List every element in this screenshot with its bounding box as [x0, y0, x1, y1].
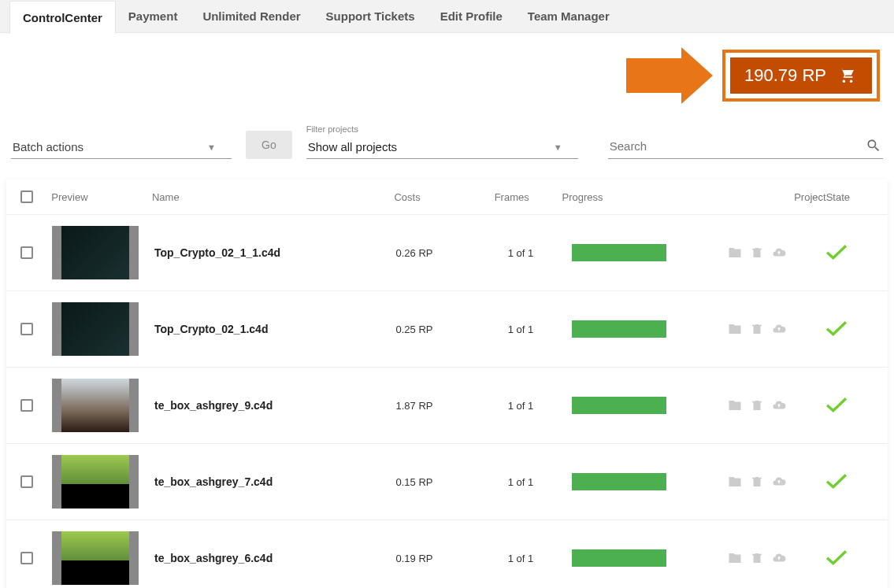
- tab-unlimited-render[interactable]: Unlimited Render: [190, 0, 313, 33]
- nav-tabs: ControlCenterPaymentUnlimited RenderSupp…: [0, 0, 894, 33]
- folder-icon[interactable]: [728, 246, 742, 260]
- project-frames: 1 of 1: [508, 324, 534, 335]
- rp-balance-text: 190.79 RP: [744, 65, 826, 86]
- project-name: Top_Crypto_02_1.c4d: [154, 323, 268, 335]
- row-checkbox[interactable]: [20, 552, 33, 564]
- filter-projects-value: Show all projects: [308, 140, 397, 153]
- rp-balance-box: 190.79 RP: [722, 50, 880, 102]
- progress-bar: [572, 244, 666, 261]
- chevron-down-icon: ▼: [207, 142, 216, 152]
- trash-icon[interactable]: [750, 246, 764, 260]
- trash-icon[interactable]: [750, 322, 764, 336]
- search-icon: [866, 138, 881, 153]
- table-row: Top_Crypto_02_1_1.c4d0.26 RP1 of 1: [6, 215, 888, 291]
- select-all-checkbox[interactable]: [20, 190, 33, 203]
- folder-icon[interactable]: [728, 475, 742, 489]
- project-name: te_box_ashgrey_7.c4d: [154, 475, 273, 488]
- filter-caption: Filter projects: [306, 124, 578, 134]
- row-checkbox[interactable]: [20, 475, 33, 488]
- folder-icon[interactable]: [728, 322, 742, 336]
- tab-support-tickets[interactable]: Support Tickets: [313, 0, 428, 33]
- cloud-upload-icon[interactable]: [772, 475, 786, 489]
- progress-bar: [572, 320, 666, 338]
- checkmark-icon: [823, 394, 850, 415]
- row-checkbox[interactable]: [20, 246, 33, 259]
- projects-table: Preview Name Costs Frames Progress Proje…: [6, 179, 888, 588]
- trash-icon[interactable]: [750, 398, 764, 412]
- header-costs: Costs: [353, 191, 462, 203]
- checkmark-icon: [823, 471, 850, 491]
- header-state: ProjectState: [794, 191, 874, 203]
- table-row: te_box_ashgrey_7.c4d0.15 RP1 of 1: [6, 444, 888, 520]
- balance-area: 190.79 RP: [0, 33, 894, 110]
- search-input[interactable]: [610, 139, 866, 153]
- checkmark-icon: [823, 318, 850, 338]
- folder-icon[interactable]: [728, 551, 742, 565]
- table-header: Preview Name Costs Frames Progress Proje…: [6, 179, 888, 215]
- checkmark-icon: [823, 242, 850, 262]
- cloud-upload-icon[interactable]: [772, 551, 786, 565]
- project-name: te_box_ashgrey_9.c4d: [154, 399, 273, 412]
- project-frames: 1 of 1: [508, 400, 534, 412]
- table-row: te_box_ashgrey_6.c4d0.19 RP1 of 1: [6, 520, 888, 588]
- search-field[interactable]: [608, 135, 883, 159]
- preview-thumbnail[interactable]: [52, 379, 139, 432]
- table-row: Top_Crypto_02_1.c4d0.25 RP1 of 1: [6, 291, 888, 368]
- batch-actions-label: Batch actions: [13, 140, 83, 153]
- tab-controlcenter[interactable]: ControlCenter: [9, 1, 116, 34]
- cart-icon: [837, 67, 858, 84]
- rp-balance-button[interactable]: 190.79 RP: [730, 57, 872, 94]
- cloud-upload-icon[interactable]: [772, 246, 786, 260]
- go-button[interactable]: Go: [246, 131, 292, 159]
- trash-icon[interactable]: [750, 475, 764, 489]
- highlight-arrow: [626, 47, 713, 104]
- row-checkbox[interactable]: [20, 399, 33, 412]
- project-cost: 0.19 RP: [396, 553, 433, 564]
- trash-icon[interactable]: [750, 551, 764, 565]
- preview-thumbnail[interactable]: [52, 455, 139, 508]
- cloud-upload-icon[interactable]: [772, 398, 786, 412]
- project-frames: 1 of 1: [508, 553, 534, 564]
- tab-team-manager[interactable]: Team Manager: [515, 0, 622, 33]
- tab-payment[interactable]: Payment: [116, 0, 191, 33]
- preview-thumbnail[interactable]: [52, 302, 139, 356]
- project-name: Top_Crypto_02_1_1.c4d: [154, 246, 280, 259]
- project-cost: 0.25 RP: [396, 324, 433, 335]
- header-preview: Preview: [51, 191, 152, 203]
- project-name: te_box_ashgrey_6.c4d: [154, 552, 273, 564]
- checkmark-icon: [823, 547, 850, 568]
- progress-bar: [572, 397, 666, 414]
- batch-actions-select[interactable]: Batch actions ▼: [11, 135, 232, 159]
- filter-projects-select[interactable]: Show all projects ▼: [306, 135, 578, 159]
- progress-bar: [572, 473, 666, 490]
- table-row: te_box_ashgrey_9.c4d1.87 RP1 of 1: [6, 368, 888, 444]
- project-cost: 0.15 RP: [396, 476, 433, 488]
- filter-bar: Batch actions ▼ Go Filter projects Show …: [0, 110, 894, 179]
- header-progress: Progress: [562, 191, 694, 203]
- project-frames: 1 of 1: [508, 476, 534, 488]
- project-cost: 1.87 RP: [396, 400, 433, 412]
- preview-thumbnail[interactable]: [52, 531, 139, 585]
- project-frames: 1 of 1: [508, 247, 534, 259]
- preview-thumbnail[interactable]: [52, 226, 139, 279]
- cloud-upload-icon[interactable]: [772, 322, 786, 336]
- progress-bar: [572, 549, 666, 567]
- header-name: Name: [152, 191, 353, 203]
- chevron-down-icon: ▼: [554, 142, 562, 152]
- folder-icon[interactable]: [728, 398, 742, 412]
- header-frames: Frames: [462, 191, 562, 203]
- row-checkbox[interactable]: [20, 323, 33, 335]
- project-cost: 0.26 RP: [396, 247, 433, 259]
- tab-edit-profile[interactable]: Edit Profile: [428, 0, 515, 33]
